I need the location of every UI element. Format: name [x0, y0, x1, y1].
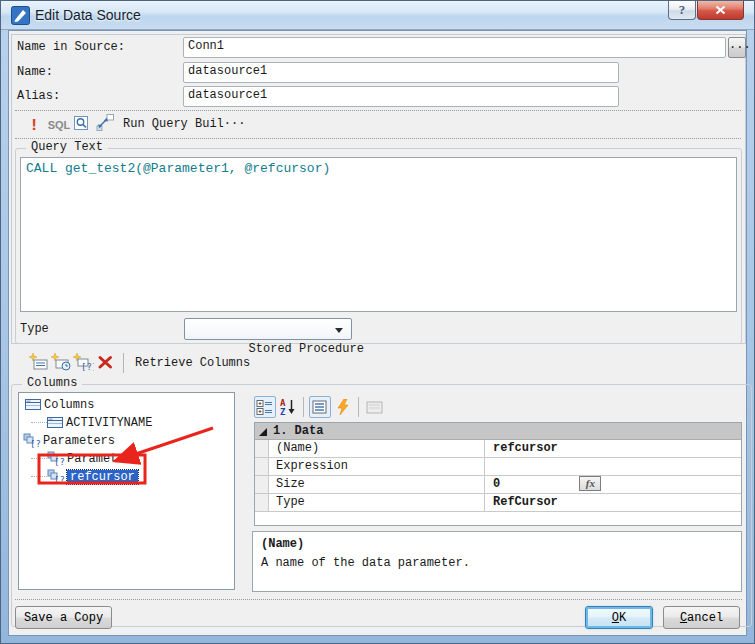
chevron-down-icon — [335, 328, 343, 333]
tree-item-label: Parameters — [43, 434, 115, 448]
property-value[interactable]: 0 — [485, 476, 741, 493]
property-value: fx — [485, 458, 741, 475]
save-a-copy-button[interactable]: Save a Copy — [15, 606, 112, 629]
preview-icon[interactable] — [73, 114, 90, 132]
ok-button[interactable]: OK — [585, 606, 653, 629]
tree-item-activityname[interactable]: ACTIVITYNAME — [47, 414, 152, 431]
parameter-icon: [?] — [47, 451, 65, 466]
add-column-button[interactable] — [29, 353, 49, 371]
parameter-icon: [?] — [23, 433, 41, 448]
row-gutter — [255, 440, 269, 457]
close-icon — [715, 5, 726, 15]
tree-item-label: Parameter1 — [67, 452, 139, 466]
property-row-size[interactable]: Size 0 — [255, 476, 741, 494]
tree-item-label-selected: refcursor — [67, 470, 138, 484]
name-input[interactable]: datasource1 — [183, 62, 619, 83]
app-icon — [11, 6, 30, 25]
events-button[interactable] — [332, 396, 354, 418]
columns-tree[interactable]: Columns ACTIVITYNAME — [18, 392, 235, 590]
add-parameter-icon: [?] — [73, 353, 94, 371]
parameter-icon: [?] — [47, 469, 65, 484]
browse-button[interactable]: ... — [728, 37, 746, 58]
query-text-group-label: Query Text — [26, 140, 108, 154]
sql-mode-icon[interactable]: SQL — [47, 117, 71, 133]
tree-connector — [31, 458, 47, 459]
alphabetical-sort-button[interactable]: A Z — [277, 396, 299, 418]
builder-arrows-icon — [96, 113, 115, 132]
row-gutter — [255, 458, 269, 475]
category-label: 1. Data — [273, 423, 323, 439]
form-view-icon — [312, 400, 328, 415]
add-calculated-column-button[interactable] — [51, 353, 72, 371]
run-query-builder-button[interactable]: Run Query Buil··· — [123, 114, 245, 135]
edit-data-source-window: Edit Data Source ? Name in Source: Conn1… — [0, 0, 755, 644]
dialog-body: Name in Source: Conn1 ... Name: datasour… — [8, 30, 747, 636]
property-pages-button — [364, 396, 386, 418]
toolbar-separator — [358, 397, 359, 417]
property-category-row[interactable]: 1. Data — [255, 423, 741, 440]
cancel-button[interactable]: Cancel — [663, 606, 740, 629]
window-title: Edit Data Source — [35, 7, 141, 23]
property-grid: 1. Data (Name) refcursor Expression fx — [254, 422, 742, 526]
type-combobox-value: Stored Procedure — [249, 342, 364, 356]
property-name: Expression — [269, 458, 485, 475]
tree-item-label: Columns — [44, 398, 94, 412]
separator — [15, 138, 741, 139]
az-sort-icon: A Z — [280, 398, 297, 416]
property-name: Type — [269, 494, 485, 511]
delete-x-icon — [97, 354, 114, 371]
type-label: Type — [20, 319, 49, 340]
alias-input[interactable]: datasource1 — [183, 86, 619, 107]
tree-item-parameter1[interactable]: [?] Parameter1 — [47, 450, 139, 467]
svg-text:[?]: [?] — [54, 475, 65, 484]
toolbar-separator — [123, 353, 124, 373]
property-description-panel: (Name) A name of the data parameter. — [252, 531, 742, 592]
add-parameter-button[interactable]: [?] — [73, 353, 94, 371]
query-text-area[interactable]: CALL get_test2(@Parameter1, @refcursor) — [20, 157, 737, 312]
help-icon: ? — [679, 2, 686, 18]
lightning-icon — [336, 399, 350, 416]
separator — [15, 110, 741, 111]
property-value[interactable]: refcursor — [485, 440, 741, 457]
retrieve-columns-button[interactable]: Retrieve Columns — [135, 353, 250, 374]
property-row-name[interactable]: (Name) refcursor — [255, 440, 741, 458]
row-gutter — [255, 476, 269, 493]
categorized-icon — [256, 399, 274, 416]
columns-group: Columns Columns — [11, 384, 752, 627]
form-view-button[interactable] — [309, 396, 331, 418]
svg-text:[?]: [?] — [54, 457, 65, 466]
categorized-view-button[interactable] — [254, 396, 276, 418]
name-in-source-input[interactable]: Conn1 — [183, 37, 726, 58]
property-row-type[interactable]: Type RefCursor — [255, 494, 741, 512]
toolbar-separator — [303, 397, 304, 417]
name-label: Name: — [17, 62, 53, 83]
delete-button[interactable] — [97, 354, 114, 371]
query-text-group: Query Text CALL get_test2(@Parameter1, @… — [15, 148, 742, 344]
table-icon — [47, 416, 63, 429]
tree-item-columns[interactable]: Columns — [25, 396, 94, 413]
tree-item-refcursor[interactable]: [?] refcursor — [47, 468, 138, 485]
svg-text:Z: Z — [280, 407, 286, 416]
tree-item-label: ACTIVITYNAME — [66, 416, 152, 430]
svg-text:[?]: [?] — [30, 439, 41, 448]
close-button[interactable] — [697, 1, 744, 20]
property-name: Size — [269, 476, 485, 493]
separator — [15, 599, 742, 600]
type-combobox[interactable]: Stored Procedure — [184, 318, 352, 340]
tree-item-parameters[interactable]: [?] Parameters — [23, 432, 115, 449]
property-pages-icon — [366, 400, 384, 415]
row-gutter — [255, 494, 269, 511]
svg-text:[?]: [?] — [81, 362, 94, 371]
titlebar[interactable]: Edit Data Source ? — [1, 1, 754, 30]
magnifier-icon — [73, 114, 90, 132]
property-name: (Name) — [269, 440, 485, 457]
property-value[interactable]: RefCursor — [485, 494, 741, 511]
description-text: A name of the data parameter. — [261, 556, 470, 570]
tree-connector — [31, 422, 47, 423]
help-button[interactable]: ? — [668, 1, 696, 20]
execute-query-icon[interactable]: ! — [28, 115, 40, 135]
description-title: (Name) — [261, 537, 304, 551]
name-in-source-label: Name in Source: — [17, 37, 125, 58]
query-builder-icon[interactable] — [96, 113, 115, 132]
property-row-expression[interactable]: Expression fx — [255, 458, 741, 476]
